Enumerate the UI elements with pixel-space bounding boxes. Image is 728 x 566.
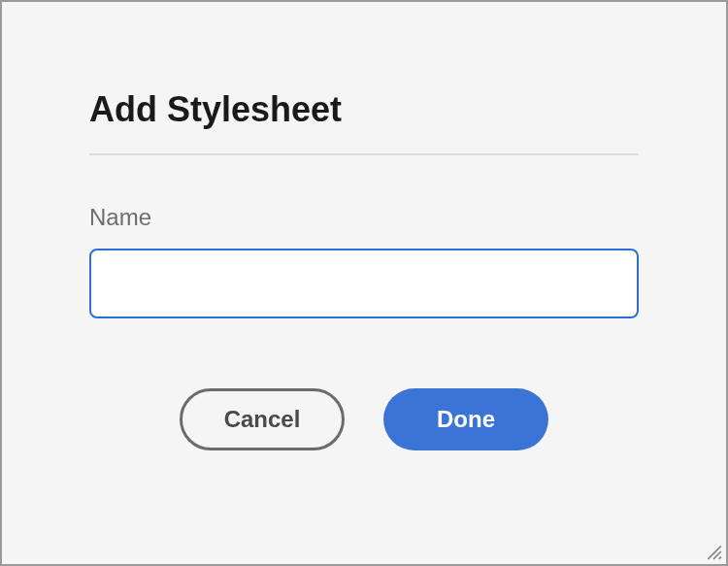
resize-handle-icon <box>705 543 722 560</box>
done-button[interactable]: Done <box>383 388 548 450</box>
name-label: Name <box>89 204 639 231</box>
svg-line-1 <box>713 551 721 559</box>
add-stylesheet-dialog: Add Stylesheet Name Cancel Done <box>0 0 728 566</box>
name-input[interactable] <box>89 249 639 318</box>
svg-line-2 <box>719 557 721 559</box>
divider <box>89 153 639 155</box>
button-row: Cancel Done <box>89 388 639 450</box>
svg-line-0 <box>708 546 721 559</box>
dialog-title: Add Stylesheet <box>89 89 639 130</box>
cancel-button[interactable]: Cancel <box>180 388 345 450</box>
